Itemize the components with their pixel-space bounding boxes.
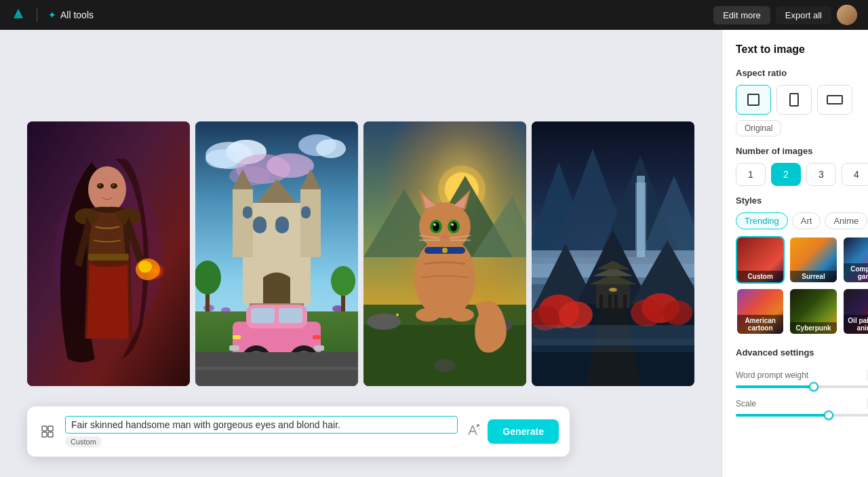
landscape-icon xyxy=(827,95,843,104)
style-tab-anime[interactable]: Anime xyxy=(825,212,867,229)
svg-rect-43 xyxy=(251,308,275,323)
style-card-oil[interactable]: Oil painting anime xyxy=(842,288,868,335)
svg-point-71 xyxy=(435,359,455,373)
svg-rect-28 xyxy=(253,216,267,233)
panel-bottom xyxy=(736,426,868,442)
scale-thumb[interactable] xyxy=(824,411,833,420)
style-card-cyberpunk[interactable]: Cyberpunk xyxy=(789,288,837,335)
styles-label: Styles xyxy=(736,195,868,206)
style-card-computer[interactable]: Computer game xyxy=(842,236,868,284)
svg-point-80 xyxy=(433,222,439,231)
svg-rect-54 xyxy=(314,345,324,351)
word-prompt-weight-thumb[interactable] xyxy=(809,382,818,392)
svg-point-73 xyxy=(419,202,471,251)
svg-rect-52 xyxy=(313,335,321,339)
svg-rect-116 xyxy=(608,294,612,308)
svg-rect-24 xyxy=(300,189,321,257)
svg-rect-23 xyxy=(233,189,253,257)
svg-point-20 xyxy=(267,153,314,178)
svg-rect-12 xyxy=(88,254,129,261)
right-panel: Text to image Aspect ratio Original Numb… xyxy=(722,30,868,477)
svg-point-119 xyxy=(609,288,617,292)
style-card-american[interactable]: American cartoon xyxy=(736,288,785,335)
svg-point-16 xyxy=(205,149,239,168)
aspect-btn-landscape[interactable] xyxy=(817,85,852,115)
svg-point-109 xyxy=(663,301,692,325)
magic-icon[interactable] xyxy=(466,423,481,441)
num-images-label: Number of images xyxy=(736,146,868,156)
app-logo xyxy=(11,6,26,24)
scale-track xyxy=(736,414,868,417)
style-card-cyberpunk-label: Cyberpunk xyxy=(790,322,836,334)
svg-point-91 xyxy=(416,308,440,322)
svg-point-6 xyxy=(112,184,115,187)
num-btn-2[interactable]: 2 xyxy=(771,163,801,186)
num-btn-1[interactable]: 1 xyxy=(736,163,766,186)
panel-title: Text to image xyxy=(736,43,868,56)
aspect-btn-portrait[interactable] xyxy=(776,85,812,115)
image-card-2[interactable] xyxy=(195,121,358,386)
style-card-oil-label: Oil painting anime xyxy=(844,315,868,334)
canvas-area: Custom Generate xyxy=(0,30,722,477)
generate-button[interactable]: Generate xyxy=(488,419,559,444)
style-card-surreal[interactable]: Surreal xyxy=(789,236,837,284)
svg-point-110 xyxy=(631,299,663,326)
main-content: Custom Generate Text to image Aspect rat… xyxy=(0,30,868,477)
svg-rect-30 xyxy=(243,206,252,218)
resize-icon[interactable] xyxy=(38,422,57,441)
svg-rect-115 xyxy=(599,294,603,308)
image-card-3[interactable] xyxy=(363,121,526,386)
word-prompt-weight-fill xyxy=(736,385,814,388)
style-card-custom[interactable]: Custom xyxy=(736,236,785,284)
prompt-input[interactable] xyxy=(65,416,458,434)
svg-point-5 xyxy=(98,184,101,187)
svg-rect-56 xyxy=(195,367,358,370)
aspect-btn-square[interactable] xyxy=(736,85,771,115)
header-actions: Edit more Export all xyxy=(713,5,857,25)
square-icon xyxy=(747,94,760,106)
avatar-image xyxy=(837,5,857,25)
advanced-settings-label: Advanced settings xyxy=(736,347,814,358)
image-card-4[interactable] xyxy=(532,121,694,386)
original-btn[interactable]: Original xyxy=(736,120,781,136)
aspect-ratio-label: Aspect ratio xyxy=(736,68,868,78)
style-card-custom-label: Custom xyxy=(737,271,783,282)
prompt-bar: Custom Generate xyxy=(27,406,570,457)
image-card-1[interactable] xyxy=(27,121,190,386)
scale-header: Scale 7.5 xyxy=(736,398,868,410)
svg-rect-118 xyxy=(623,294,627,308)
word-prompt-weight-header: Word prompt weight 0.5 xyxy=(736,369,868,381)
word-prompt-weight-track xyxy=(736,385,868,388)
prompt-actions: Generate xyxy=(466,419,559,444)
num-btn-3[interactable]: 3 xyxy=(806,163,836,186)
svg-point-126 xyxy=(477,424,479,427)
num-btn-4[interactable]: 4 xyxy=(842,163,868,186)
style-tab-art[interactable]: Art xyxy=(792,212,821,229)
edit-more-button[interactable]: Edit more xyxy=(713,6,770,24)
advanced-settings-row: Advanced settings xyxy=(736,345,868,360)
svg-rect-44 xyxy=(279,308,302,323)
svg-rect-125 xyxy=(48,432,53,437)
svg-point-90 xyxy=(442,248,448,253)
svg-rect-124 xyxy=(42,432,47,437)
portrait-icon xyxy=(789,93,799,107)
svg-point-18 xyxy=(316,139,346,158)
style-tabs: Trending Art Anime xyxy=(736,212,868,229)
avatar[interactable] xyxy=(837,5,857,25)
svg-rect-121 xyxy=(532,339,694,352)
svg-point-92 xyxy=(450,308,474,322)
export-all-button[interactable]: Export all xyxy=(776,6,831,24)
svg-rect-31 xyxy=(301,206,311,218)
style-card-computer-label: Computer game xyxy=(844,263,868,282)
prompt-badge: Custom xyxy=(65,436,102,447)
svg-point-35 xyxy=(221,307,231,313)
style-card-american-label: American cartoon xyxy=(737,315,783,334)
prompt-input-area: Custom xyxy=(65,416,458,447)
svg-rect-99 xyxy=(635,183,646,250)
word-prompt-weight-row: Word prompt weight 0.5 xyxy=(736,369,868,388)
svg-point-83 xyxy=(451,223,454,226)
svg-point-68 xyxy=(396,313,399,316)
style-tab-trending[interactable]: Trending xyxy=(736,212,788,229)
svg-rect-123 xyxy=(48,426,53,431)
svg-point-107 xyxy=(559,301,593,328)
